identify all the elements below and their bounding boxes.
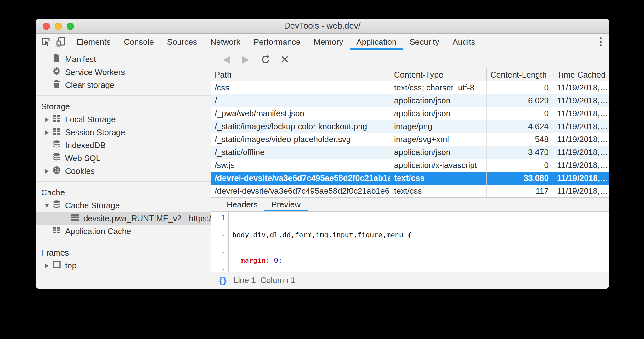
cursor-position-label: Line 1, Column 1 <box>234 275 296 285</box>
close-window-button[interactable] <box>43 23 50 30</box>
tab-application[interactable]: Application <box>350 34 403 50</box>
inspector-tab-bar: Headers Preview <box>211 198 609 212</box>
sidebar-item-devsite-cache[interactable]: devsite.pwa_RUNTIME_v2 - https://web.d <box>36 212 211 225</box>
chevron-right-icon[interactable] <box>45 264 49 268</box>
cache-toolbar: ◀ ▶ <box>211 50 609 68</box>
window-title: DevTools - web.dev/ <box>284 21 360 31</box>
tab-preview[interactable]: Preview <box>264 198 307 211</box>
chevron-down-icon[interactable] <box>45 204 49 208</box>
tab-network[interactable]: Network <box>204 34 247 50</box>
tab-performance[interactable]: Performance <box>247 34 307 50</box>
sidebar-item-top-frame[interactable]: top <box>36 259 211 272</box>
code-preview[interactable]: 1 - - - - - - body,div,dl,dd,form,img,in… <box>211 212 609 272</box>
back-button[interactable]: ◀ <box>221 54 232 65</box>
forward-button[interactable]: ▶ <box>240 54 251 65</box>
device-toolbar-icon[interactable] <box>56 37 66 47</box>
table-row[interactable]: /_pwa/web/manifest.json application/json… <box>211 107 609 120</box>
application-sidebar: Manifest Service Workers <box>36 50 211 289</box>
tool-icons <box>36 34 70 50</box>
devtools-tab-bar: Elements Console Sources Network Perform… <box>36 34 609 50</box>
table-row[interactable]: / application/json 6,029 11/19/2018,… <box>211 94 609 107</box>
table-row-selected[interactable]: /devrel-devsite/va3e6d7c495ae58d2f0c21ab… <box>211 172 609 185</box>
format-braces-icon[interactable]: {} <box>219 275 227 285</box>
sidebar-item-service-workers[interactable]: Service Workers <box>36 66 211 79</box>
sidebar-divider <box>36 181 211 182</box>
table-row[interactable]: /css text/css; charset=utf-8 0 11/19/201… <box>211 81 609 94</box>
table-row[interactable]: /_static/images/video-placeholder.svg im… <box>211 133 609 146</box>
status-bar: {} Line 1, Column 1 <box>211 272 609 289</box>
sidebar-item-clear-storage[interactable]: Clear storage <box>36 79 211 92</box>
document-icon <box>52 54 61 65</box>
sidebar-item-web-sql[interactable]: Web SQL <box>36 152 211 165</box>
traffic-lights <box>43 23 74 30</box>
chevron-right-icon[interactable] <box>45 169 49 174</box>
sidebar-divider <box>36 242 211 242</box>
tab-audits[interactable]: Audits <box>446 34 482 50</box>
minimize-window-button[interactable] <box>55 23 62 30</box>
sidebar-item-indexeddb[interactable]: IndexedDB <box>36 139 211 152</box>
devtools-window: DevTools - web.dev/ <box>36 19 609 289</box>
table-icon <box>52 114 61 125</box>
tab-elements[interactable]: Elements <box>70 34 117 50</box>
zoom-window-button[interactable] <box>67 23 74 30</box>
table-icon <box>52 127 61 138</box>
screen-background: DevTools - web.dev/ <box>0 0 644 339</box>
sidebar-item-cache-storage[interactable]: Cache Storage <box>36 199 211 212</box>
close-icon[interactable] <box>280 54 290 65</box>
sidebar-item-local-storage[interactable]: Local Storage <box>36 113 211 126</box>
tab-security[interactable]: Security <box>403 34 446 50</box>
chevron-right-icon[interactable] <box>45 130 49 135</box>
line-number-gutter: 1 - - - - - - <box>211 212 229 272</box>
frames-section-title: Frames <box>36 246 211 259</box>
inspect-element-icon[interactable] <box>41 37 51 47</box>
sidebar-item-manifest[interactable]: Manifest <box>36 53 211 66</box>
trash-icon <box>52 79 61 91</box>
table-row[interactable]: /_static/images/lockup-color-knockout.pn… <box>211 120 609 133</box>
gear-icon <box>52 66 61 78</box>
table-row[interactable]: /sw.js application/x-javascript 0 11/19/… <box>211 159 609 172</box>
storage-section-title: Storage <box>36 100 211 113</box>
cookie-icon <box>52 165 61 177</box>
database-icon <box>52 140 61 151</box>
table-row[interactable]: /_static/offline application/json 3,470 … <box>211 146 609 159</box>
column-header-time-cached[interactable]: Time Cached <box>553 68 609 81</box>
cache-storage-panel: ◀ ▶ P <box>211 50 609 289</box>
column-header-content-length[interactable]: Content-Length <box>487 68 553 81</box>
chevron-right-icon[interactable] <box>45 118 49 122</box>
sidebar-divider <box>36 95 211 96</box>
tab-headers[interactable]: Headers <box>220 198 264 211</box>
column-header-content-type[interactable]: Content-Type <box>390 68 487 81</box>
sidebar-item-cookies[interactable]: Cookies <box>36 165 211 178</box>
database-icon <box>52 200 61 211</box>
table-header: Path Content-Type Content-Length Time Ca… <box>211 68 609 81</box>
sidebar-item-application-cache[interactable]: Application Cache <box>36 225 211 238</box>
title-bar: DevTools - web.dev/ <box>36 19 609 34</box>
database-icon <box>52 152 61 164</box>
code-lines: body,div,dl,dd,form,img,input,figure,men… <box>229 212 412 272</box>
sidebar-item-session-storage[interactable]: Session Storage <box>36 126 211 139</box>
tab-console[interactable]: Console <box>117 34 160 50</box>
tab-memory[interactable]: Memory <box>307 34 350 50</box>
cache-section-title: Cache <box>36 186 211 199</box>
more-options-icon[interactable] <box>594 34 609 50</box>
table-row[interactable]: /devrel-devsite/va3e6d7c495ae58d2f0c21ab… <box>211 185 609 198</box>
table-icon <box>70 213 80 224</box>
frame-icon <box>52 260 61 272</box>
tab-sources[interactable]: Sources <box>161 34 204 50</box>
table-icon <box>52 226 61 237</box>
refresh-icon[interactable] <box>260 54 271 65</box>
column-header-path[interactable]: Path <box>211 68 390 81</box>
